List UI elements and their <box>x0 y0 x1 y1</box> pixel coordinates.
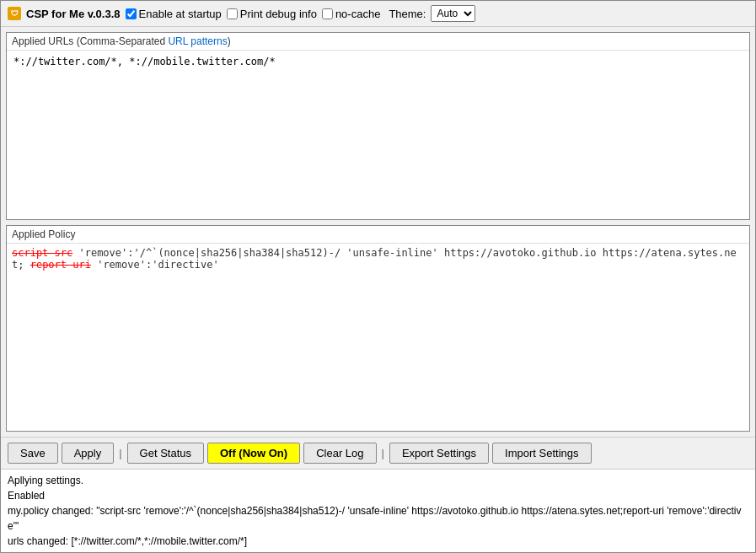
save-button[interactable]: Save <box>8 443 58 464</box>
status-line-2: Enabled <box>8 488 748 503</box>
toggle-button[interactable]: Off (Now On) <box>207 443 300 464</box>
enable-startup-label[interactable]: Enable at startup <box>126 8 222 20</box>
enable-startup-checkbox[interactable] <box>126 8 137 19</box>
get-status-button[interactable]: Get Status <box>127 443 204 464</box>
urls-textarea[interactable]: *://twitter.com/*, *://mobile.twitter.co… <box>8 52 748 217</box>
main-content: Applied URLs (Comma-Separated URL patter… <box>1 27 755 437</box>
print-debug-label[interactable]: Print debug info <box>227 8 317 20</box>
status-line-1: Apllying settings. <box>8 473 748 488</box>
no-cache-text: no-cache <box>335 8 380 20</box>
applied-policy-section: Applied Policy script-src 'remove':'/^`(… <box>6 225 750 432</box>
sep2: | <box>380 447 386 459</box>
applied-urls-label: Applied URLs (Comma-Separated URL patter… <box>7 33 749 51</box>
url-patterns-link[interactable]: URL patterns <box>168 35 227 47</box>
status-line-3: my.policy changed: "script-src 'remove':… <box>8 503 748 534</box>
status-line-4: urls changed: [*://twitter.com/*,*://mob… <box>8 534 748 549</box>
export-settings-button[interactable]: Export Settings <box>389 443 489 464</box>
toolbar: Save Apply | Get Status Off (Now On) Cle… <box>1 437 755 469</box>
app-logo: 🛡 <box>8 7 21 20</box>
urls-textarea-wrap: *://twitter.com/*, *://mobile.twitter.co… <box>7 51 749 219</box>
no-cache-checkbox[interactable] <box>322 8 333 19</box>
print-debug-text: Print debug info <box>240 8 317 20</box>
applied-policy-label: Applied Policy <box>7 226 749 244</box>
theme-label: Theme: <box>389 8 426 20</box>
policy-report-uri: report-uri <box>30 259 91 271</box>
status-area: Apllying settings. Enabled my.policy cha… <box>1 469 755 552</box>
apply-button[interactable]: Apply <box>62 443 115 464</box>
policy-script-src: script-src <box>12 247 72 259</box>
print-debug-checkbox[interactable] <box>227 8 238 19</box>
applied-urls-section: Applied URLs (Comma-Separated URL patter… <box>6 32 750 220</box>
no-cache-label[interactable]: no-cache <box>322 8 380 20</box>
import-settings-button[interactable]: Import Settings <box>492 443 591 464</box>
title-bar: 🛡 CSP for Me v.0.3.8 Enable at startup P… <box>1 1 755 27</box>
policy-part-2: 'remove':'directive' <box>91 259 219 271</box>
sep1: | <box>117 447 123 459</box>
app-title: CSP for Me v.0.3.8 <box>26 8 121 20</box>
app-window: 🛡 CSP for Me v.0.3.8 Enable at startup P… <box>0 0 756 553</box>
clear-log-button[interactable]: Clear Log <box>303 443 376 464</box>
enable-startup-text: Enable at startup <box>139 8 222 20</box>
theme-select[interactable]: Auto Light Dark <box>431 5 475 22</box>
policy-content: script-src 'remove':'/^`(nonce|sha256|sh… <box>7 244 749 431</box>
